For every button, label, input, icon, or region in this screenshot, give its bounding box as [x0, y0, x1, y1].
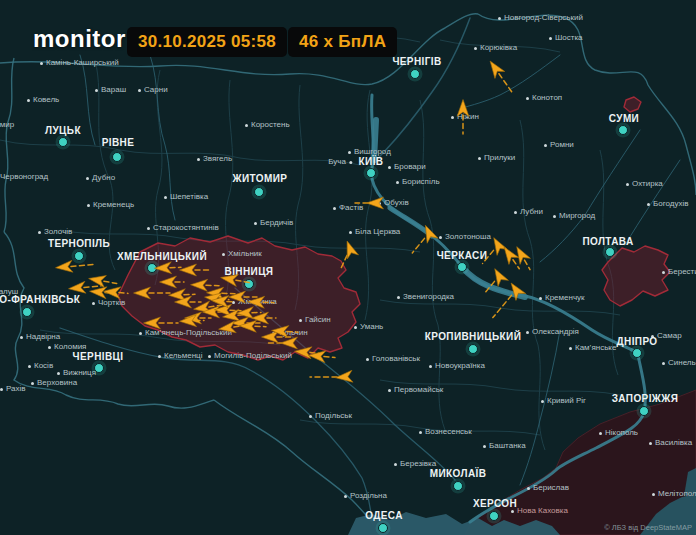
monitor-logo: monitor	[33, 25, 126, 53]
drone-trail	[84, 286, 101, 287]
drone-trail	[236, 280, 251, 283]
drone-icon	[485, 58, 505, 79]
drone-icon	[281, 337, 298, 349]
drone-icon	[457, 100, 469, 117]
drone-icon	[55, 260, 73, 273]
drone-icon	[144, 317, 161, 329]
drone-icon	[88, 273, 107, 288]
map-attribution: © ЛБЗ від DeepStateMAP	[604, 523, 692, 532]
drone-icon	[89, 285, 107, 298]
drone-icon	[236, 307, 253, 320]
drone-trail	[119, 293, 128, 294]
drone-icon	[154, 262, 171, 275]
drone-trail	[71, 264, 94, 266]
drone-icon	[367, 197, 384, 209]
drone-icon	[262, 331, 279, 343]
drone-trail	[499, 74, 512, 93]
drone-trail	[287, 331, 298, 332]
drone-trail	[513, 260, 519, 269]
drone-icon	[68, 281, 86, 294]
drone-trail	[324, 357, 335, 358]
drone-trail	[493, 295, 512, 317]
drone-trail	[209, 305, 222, 307]
drone-icon	[308, 349, 326, 362]
drone-icon	[134, 287, 151, 299]
drone-icon	[294, 345, 312, 358]
drone-icon	[190, 279, 207, 292]
drone-icon	[335, 370, 353, 383]
drone-icon	[341, 239, 358, 259]
drone-trail	[483, 250, 494, 263]
drone-icon	[218, 321, 237, 335]
datetime-badge: 30.10.2025 05:58	[127, 27, 287, 57]
drone-trail	[525, 260, 531, 270]
drone-trail	[485, 281, 495, 292]
drone-icon	[180, 264, 197, 276]
drone-trail	[340, 255, 347, 270]
drone-count-badge: 46 х БпЛА	[288, 27, 397, 57]
drone-monitor-map: Камінь-КаширськийКовельВарашСарниВолодим…	[0, 0, 696, 535]
drones-layer	[0, 0, 696, 535]
drone-icon	[160, 276, 177, 288]
drone-icon	[220, 272, 239, 287]
drone-trail	[412, 238, 424, 253]
drone-trail	[104, 281, 117, 283]
